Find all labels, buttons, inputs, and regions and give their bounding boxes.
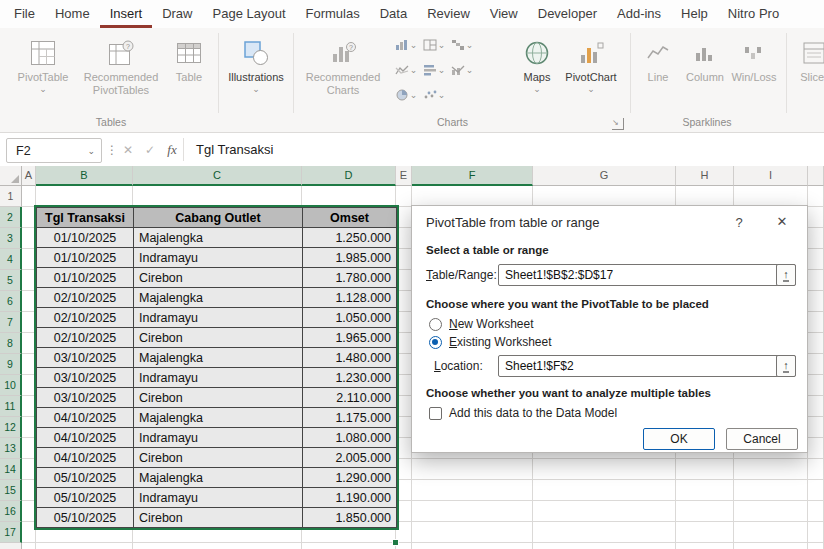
- illustrations-button[interactable]: Illustrations ⌄: [224, 32, 288, 114]
- cell-date[interactable]: 02/10/2025: [37, 288, 134, 308]
- cell-omset[interactable]: 1.850.000: [303, 508, 397, 528]
- column-header-F[interactable]: F: [412, 166, 533, 186]
- table-button[interactable]: Table: [166, 32, 212, 114]
- cell-omset[interactable]: 2.005.000: [303, 448, 397, 468]
- cell-date[interactable]: 01/10/2025: [37, 248, 134, 268]
- cell-date[interactable]: 04/10/2025: [37, 428, 134, 448]
- cell-outlet[interactable]: Indramayu: [134, 488, 303, 508]
- cell-outlet[interactable]: Indramayu: [134, 428, 303, 448]
- cell-date[interactable]: 05/10/2025: [37, 488, 134, 508]
- range-selector-button[interactable]: ↑: [776, 355, 796, 377]
- tab-nitro-pro[interactable]: Nitro Pro: [718, 0, 789, 28]
- combo-chart-button[interactable]: ⌄: [449, 59, 475, 81]
- new-worksheet-radio[interactable]: [429, 318, 442, 331]
- column-header-D[interactable]: D: [302, 166, 396, 186]
- cell-outlet[interactable]: Cirebon: [134, 268, 303, 288]
- sparkline-line-button[interactable]: Line: [638, 32, 678, 114]
- cell-date[interactable]: 01/10/2025: [37, 228, 134, 248]
- hierarchy-chart-button[interactable]: ⌄: [421, 34, 447, 56]
- charts-dialog-launcher-icon[interactable]: ↘: [612, 118, 624, 130]
- row-header-9[interactable]: 9: [0, 354, 22, 375]
- select-all-corner[interactable]: [0, 166, 22, 186]
- row-header-8[interactable]: 8: [0, 333, 22, 354]
- range-selector-button[interactable]: ↑: [776, 264, 796, 286]
- cell-outlet[interactable]: Cirebon: [134, 388, 303, 408]
- cell-omset[interactable]: 1.985.000: [303, 248, 397, 268]
- cell-omset[interactable]: 1.480.000: [303, 348, 397, 368]
- column-header-extra[interactable]: [808, 166, 824, 186]
- close-icon[interactable]: ✕: [770, 212, 794, 232]
- tab-home[interactable]: Home: [45, 0, 100, 28]
- row-header-1[interactable]: 1: [0, 186, 22, 207]
- row-header-15[interactable]: 15: [0, 480, 22, 501]
- row-header-12[interactable]: 12: [0, 417, 22, 438]
- cell-outlet[interactable]: Majalengka: [134, 288, 303, 308]
- tab-insert[interactable]: Insert: [100, 0, 153, 28]
- row-header-5[interactable]: 5: [0, 270, 22, 291]
- maps-button[interactable]: Maps ⌄: [515, 32, 559, 114]
- cancel-entry-icon[interactable]: ✕: [118, 138, 138, 161]
- tab-help[interactable]: Help: [671, 0, 718, 28]
- cell-omset[interactable]: 2.110.000: [303, 388, 397, 408]
- row-header-6[interactable]: 6: [0, 291, 22, 312]
- column-header-A[interactable]: A: [22, 166, 36, 186]
- cell-omset[interactable]: 1.190.000: [303, 488, 397, 508]
- cell-omset[interactable]: 1.250.000: [303, 228, 397, 248]
- data-model-checkbox[interactable]: [429, 407, 442, 420]
- row-header-14[interactable]: 14: [0, 459, 22, 480]
- column-header-B[interactable]: B: [36, 166, 133, 186]
- tab-formulas[interactable]: Formulas: [296, 0, 370, 28]
- pivotchart-button[interactable]: PivotChart ⌄: [562, 32, 620, 114]
- cell-date[interactable]: 04/10/2025: [37, 408, 134, 428]
- row-header-16[interactable]: 16: [0, 501, 22, 522]
- existing-worksheet-radio[interactable]: [429, 336, 442, 349]
- formula-input[interactable]: Tgl Transaksi: [196, 138, 273, 161]
- cell-omset[interactable]: 1.128.000: [303, 288, 397, 308]
- row-header-18[interactable]: 18: [0, 543, 22, 549]
- cell-outlet[interactable]: Cirebon: [134, 448, 303, 468]
- location-input[interactable]: [498, 355, 796, 377]
- cell-outlet[interactable]: Cirebon: [134, 328, 303, 348]
- table-range-input[interactable]: [498, 264, 796, 286]
- scatter-chart-button[interactable]: ⌄: [421, 84, 447, 106]
- pivottable-button[interactable]: PivotTable ⌄: [10, 32, 76, 114]
- cell-date[interactable]: 03/10/2025: [37, 388, 134, 408]
- row-header-17[interactable]: 17: [0, 522, 22, 543]
- cell-outlet[interactable]: Majalengka: [134, 348, 303, 368]
- enter-entry-icon[interactable]: ✓: [140, 138, 160, 161]
- pie-chart-button[interactable]: ⌄: [393, 84, 419, 106]
- waterfall-chart-button[interactable]: ⌄: [449, 34, 475, 56]
- tab-file[interactable]: File: [4, 0, 45, 28]
- table-column-header[interactable]: Tgl Transaksi: [37, 208, 134, 228]
- cell-date[interactable]: 05/10/2025: [37, 468, 134, 488]
- cell-outlet[interactable]: Cirebon: [134, 508, 303, 528]
- row-header-2[interactable]: 2: [0, 207, 22, 228]
- recommended-charts-button[interactable]: ? Recommended Charts: [300, 32, 386, 114]
- column-header-I[interactable]: I: [734, 166, 808, 186]
- cell-omset[interactable]: 1.780.000: [303, 268, 397, 288]
- row-header-7[interactable]: 7: [0, 312, 22, 333]
- table-column-header[interactable]: Omset: [303, 208, 397, 228]
- tab-review[interactable]: Review: [417, 0, 480, 28]
- cell-outlet[interactable]: Majalengka: [134, 468, 303, 488]
- line-chart-button[interactable]: ⌄: [393, 59, 419, 81]
- table-column-header[interactable]: Cabang Outlet: [134, 208, 303, 228]
- cell-outlet[interactable]: Indramayu: [134, 248, 303, 268]
- cell-omset[interactable]: 1.175.000: [303, 408, 397, 428]
- tab-view[interactable]: View: [480, 0, 528, 28]
- help-icon[interactable]: ?: [730, 214, 748, 232]
- cell-outlet[interactable]: Indramayu: [134, 368, 303, 388]
- slicer-button[interactable]: Slicer: [792, 32, 824, 114]
- column-chart-button[interactable]: ⌄: [393, 34, 419, 56]
- cell-omset[interactable]: 1.290.000: [303, 468, 397, 488]
- cell-outlet[interactable]: Majalengka: [134, 228, 303, 248]
- row-header-11[interactable]: 11: [0, 396, 22, 417]
- cell-omset[interactable]: 1.965.000: [303, 328, 397, 348]
- row-header-4[interactable]: 4: [0, 249, 22, 270]
- tab-page-layout[interactable]: Page Layout: [203, 0, 296, 28]
- cell-outlet[interactable]: Majalengka: [134, 408, 303, 428]
- row-header-3[interactable]: 3: [0, 228, 22, 249]
- cell-omset[interactable]: 1.230.000: [303, 368, 397, 388]
- cell-date[interactable]: 02/10/2025: [37, 308, 134, 328]
- row-header-10[interactable]: 10: [0, 375, 22, 396]
